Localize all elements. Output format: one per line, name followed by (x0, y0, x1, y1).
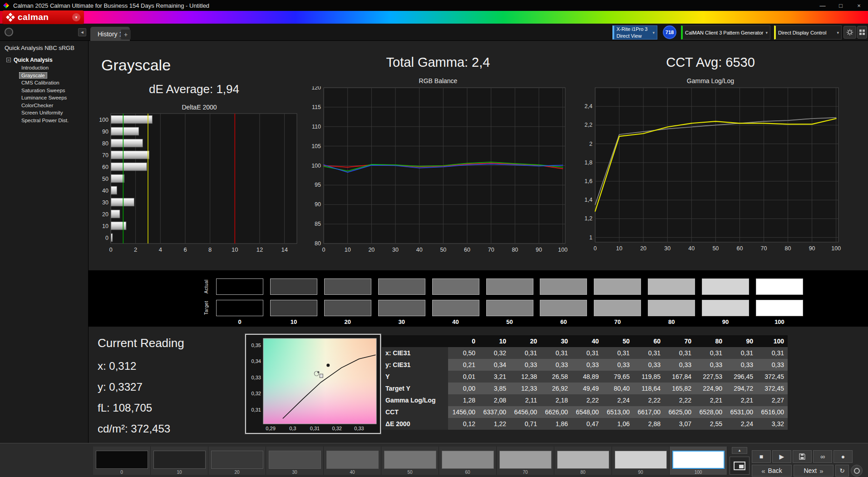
add-tab-button[interactable]: + (121, 30, 131, 40)
target-swatch (270, 300, 317, 316)
pattern-level-label: 90 (638, 470, 643, 475)
table-cell: 26,58 (541, 371, 572, 383)
session-menu-button[interactable] (5, 28, 13, 36)
maximize-button[interactable]: □ (832, 0, 850, 11)
table-cell: 2,21 (726, 394, 757, 406)
settings-button[interactable] (843, 26, 856, 39)
table-cell: 0,33 (664, 359, 695, 371)
back-button[interactable]: « Back (752, 465, 792, 477)
pattern-generator-dropdown[interactable]: CalMAN Client 3 Pattern Generator ▾ (681, 25, 770, 40)
sidebar-collapse-button[interactable]: ◄ (78, 28, 86, 36)
target-swatch (216, 300, 263, 316)
next-button[interactable]: Next » (794, 465, 833, 477)
cie-chromaticity-panel: 0,290,30,310,320,330,310,320,330,340,35 (245, 334, 381, 434)
pattern-patch (499, 451, 552, 469)
pattern-level-100[interactable]: 100 (670, 447, 727, 475)
sidebar-item-grayscale[interactable]: Grayscale (19, 72, 47, 79)
svg-text:0,33: 0,33 (252, 375, 261, 380)
table-cell: 3,85 (479, 383, 510, 394)
table-cell: 2,27 (757, 394, 788, 406)
deltae-2000-chart: 024681012141009080706050403020100 (97, 113, 301, 255)
table-cell: 1,22 (479, 418, 510, 430)
column-header: 40 (572, 335, 602, 347)
sidebar: Quick Analysis NBC sRGB − Quick Analysis… (0, 41, 89, 443)
display-control-dropdown[interactable]: Direct Display Control ▾ (774, 25, 842, 40)
tree-collapse-icon[interactable]: − (6, 58, 11, 62)
pattern-level-label: 80 (580, 470, 585, 475)
table-cell: 6531,00 (726, 406, 757, 418)
pattern-level-30[interactable]: 30 (266, 447, 324, 475)
pattern-patch (672, 451, 725, 469)
autocal-button[interactable] (851, 465, 863, 477)
titlebar: Calman 2025 Calman Ultimate for Business… (0, 0, 868, 11)
calman-menu-button[interactable]: calman ▾ (2, 10, 84, 24)
svg-text:20: 20 (102, 211, 108, 218)
pattern-level-80[interactable]: 80 (554, 447, 612, 475)
table-cell: 26,92 (541, 383, 572, 394)
pattern-level-50[interactable]: 50 (381, 447, 439, 475)
pattern-level-70[interactable]: 70 (497, 447, 554, 475)
sidebar-item-cms-calibration[interactable]: CMS Calibration (19, 80, 62, 86)
target-swatch (756, 300, 803, 316)
svg-text:70: 70 (102, 152, 108, 159)
pattern-level-label: 100 (695, 470, 702, 475)
save-button[interactable] (793, 450, 812, 463)
layout-button[interactable] (857, 26, 867, 39)
pattern-bar-expand-button[interactable]: ▲ (732, 447, 747, 454)
swatch-level-label: 90 (702, 318, 749, 325)
display-control-label: Direct Display Control (778, 30, 826, 35)
svg-text:8: 8 (208, 246, 212, 253)
meter-dropdown[interactable]: X-Rite i1Pro 3 Direct View ▾ (612, 25, 657, 40)
actual-swatch (378, 278, 425, 295)
sidebar-item-colorchecker[interactable]: ColorChecker (19, 102, 55, 109)
table-cell: 2,88 (633, 418, 664, 430)
pattern-level-40[interactable]: 40 (324, 447, 381, 475)
table-row-label: y: CIE31 (382, 359, 448, 371)
sidebar-item-quick-analysis[interactable]: − Quick Analysis (6, 57, 88, 63)
table-cell: 2,21 (695, 394, 726, 406)
swatch-column-0: 0 (216, 278, 263, 326)
pattern-level-0[interactable]: 0 (93, 447, 151, 475)
table-cell: 1,06 (602, 418, 633, 430)
table-row: y: CIE310,210,340,330,330,330,330,330,33… (382, 359, 788, 371)
svg-text:100: 100 (99, 117, 108, 123)
sidebar-item-screen-uniformity[interactable]: Screen Uniformity (19, 109, 65, 116)
close-button[interactable]: × (850, 0, 868, 11)
table-cell: 80,40 (602, 383, 633, 394)
table-cell: 0,31 (757, 347, 788, 359)
table-cell: 227,53 (695, 371, 726, 383)
svg-text:80: 80 (315, 240, 321, 247)
meter-status-badge[interactable]: 718 (663, 25, 676, 39)
de-average-value: dE Average: 1,94 (149, 82, 239, 96)
stop-button[interactable]: ■ (752, 450, 771, 463)
pattern-level-60[interactable]: 60 (439, 447, 497, 475)
record-button[interactable]: ● (833, 450, 853, 463)
table-cell: 119,85 (633, 371, 664, 383)
next-label: Next (804, 467, 817, 474)
pattern-level-10[interactable]: 10 (151, 447, 208, 475)
brand-gradient-bar (0, 11, 868, 24)
target-swatch (648, 300, 695, 316)
svg-text:0,3: 0,3 (289, 426, 296, 431)
sidebar-item-introduction[interactable]: Introduction (19, 65, 51, 71)
loop-button[interactable]: ↻ (835, 465, 849, 477)
sidebar-item-saturation-sweeps[interactable]: Saturation Sweeps (19, 87, 68, 94)
svg-text:70: 70 (761, 245, 767, 252)
table-cell: 1,28 (448, 394, 479, 406)
play-icon: ▶ (779, 453, 784, 460)
stop-icon: ■ (760, 453, 763, 460)
play-button[interactable]: ▶ (772, 450, 791, 463)
pattern-window-button[interactable] (730, 457, 750, 475)
sidebar-item-spectral-power-dist[interactable]: Spectral Power Dist. (19, 117, 71, 124)
svg-text:115: 115 (312, 104, 321, 110)
continuous-read-button[interactable]: ∞ (813, 450, 832, 463)
back-chevron-icon: « (761, 467, 765, 475)
table-row-label: Target Y (382, 383, 448, 394)
svg-text:30: 30 (102, 199, 108, 206)
pattern-level-90[interactable]: 90 (612, 447, 670, 475)
table-cell: 165,82 (664, 383, 695, 394)
pattern-level-20[interactable]: 20 (208, 447, 266, 475)
minimize-button[interactable]: — (814, 0, 832, 11)
svg-text:1: 1 (589, 234, 592, 241)
sidebar-item-luminance-sweeps[interactable]: Luminance Sweeps (19, 94, 69, 101)
